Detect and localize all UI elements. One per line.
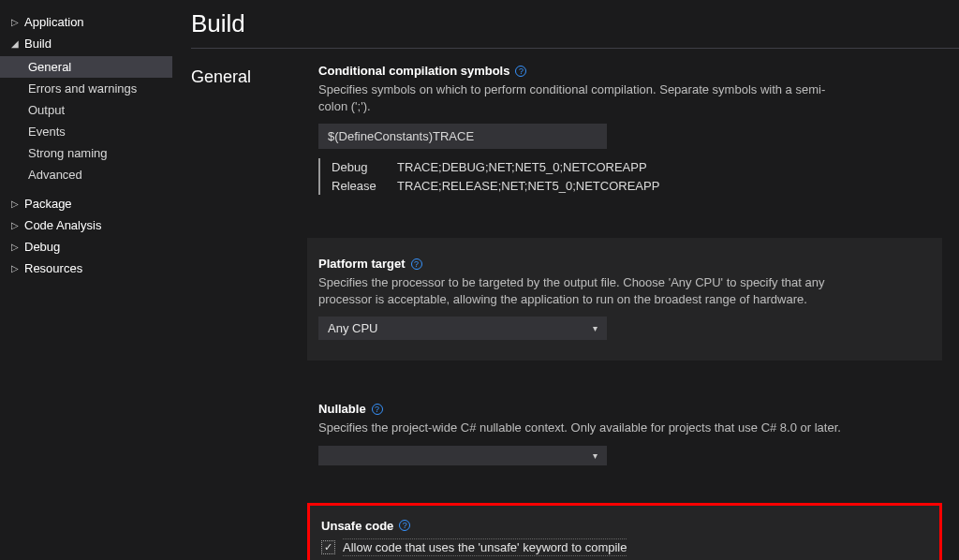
chevron-right-icon: ▷ [11, 199, 19, 209]
platform-target-dropdown[interactable]: Any CPU ▾ [318, 317, 607, 340]
sidebar: ▷ Application ◢ Build General Errors and… [0, 0, 172, 560]
page-title: Build [191, 9, 959, 49]
setting-nullable: Nullable ? Specifies the project-wide C#… [307, 383, 942, 486]
nav-item-general[interactable]: General [0, 56, 172, 78]
config-value: TRACE;RELEASE;NET;NET5_0;NETCOREAPP [397, 177, 659, 196]
config-row-release: Release TRACE;RELEASE;NET;NET5_0;NETCORE… [332, 177, 920, 196]
config-key: Debug [332, 158, 382, 177]
setting-platform-target: Platform target ? Specifies the processo… [307, 238, 942, 361]
conditional-symbols-input[interactable]: $(DefineConstants)TRACE [318, 124, 607, 149]
chevron-down-icon: ▾ [593, 450, 598, 461]
section-title: General [191, 64, 251, 560]
setting-unsafe-code-highlighted: Unsafe code ? ✓ Allow code that uses the… [307, 503, 942, 560]
setting-conditional-compilation-symbols: Conditional compilation symbols ? Specif… [307, 64, 942, 215]
nav-group-debug[interactable]: ▷ Debug [0, 236, 172, 258]
chevron-right-icon: ▷ [11, 264, 19, 273]
checkbox-label: Allow code that uses the 'unsafe' keywor… [343, 538, 627, 556]
unsafe-code-checkbox[interactable]: ✓ [321, 540, 335, 554]
chevron-right-icon: ▷ [11, 221, 19, 230]
setting-description: Specifies the project-wide C# nullable c… [318, 420, 843, 436]
nav-item-output[interactable]: Output [0, 99, 172, 121]
setting-label: Platform target [318, 257, 405, 271]
setting-description: Specifies the processor to be targeted b… [318, 274, 843, 307]
nullable-dropdown[interactable]: ▾ [318, 446, 607, 465]
setting-description: Specifies symbols on which to perform co… [318, 81, 843, 114]
nav-group-label: Application [24, 15, 84, 29]
nav-group-label: Package [24, 197, 72, 211]
nav-group-label: Debug [24, 240, 60, 254]
nav-item-advanced[interactable]: Advanced [0, 164, 172, 185]
config-value: TRACE;DEBUG;NET;NET5_0;NETCOREAPP [397, 158, 647, 177]
help-icon[interactable]: ? [411, 258, 422, 270]
nav-group-package[interactable]: ▷ Package [0, 193, 172, 214]
nav-group-label: Code Analysis [24, 218, 101, 232]
nav-group-build[interactable]: ◢ Build [0, 33, 172, 54]
help-icon[interactable]: ? [515, 66, 526, 77]
help-icon[interactable]: ? [399, 520, 410, 531]
chevron-right-icon: ▷ [11, 243, 19, 252]
nav-item-events[interactable]: Events [0, 121, 172, 142]
nav-sub-build: General Errors and warnings Output Event… [0, 56, 172, 185]
chevron-down-icon: ◢ [11, 39, 19, 49]
config-row-debug: Debug TRACE;DEBUG;NET;NET5_0;NETCOREAPP [332, 158, 920, 177]
help-icon[interactable]: ? [372, 404, 383, 415]
nav-item-strong-naming[interactable]: Strong naming [0, 142, 172, 164]
nav-group-code-analysis[interactable]: ▷ Code Analysis [0, 214, 172, 236]
chevron-down-icon: ▾ [593, 323, 598, 333]
nav-group-application[interactable]: ▷ Application [0, 11, 172, 33]
setting-label: Conditional compilation symbols [318, 64, 509, 78]
dropdown-value: Any CPU [328, 321, 377, 335]
config-table: Debug TRACE;DEBUG;NET;NET5_0;NETCOREAPP … [318, 158, 920, 195]
config-key: Release [332, 177, 382, 196]
nav-group-label: Build [24, 37, 52, 51]
setting-label: Nullable [318, 402, 366, 416]
chevron-right-icon: ▷ [11, 18, 19, 27]
setting-label: Unsafe code [321, 519, 393, 533]
nav-item-errors-warnings[interactable]: Errors and warnings [0, 78, 172, 99]
nav-group-resources[interactable]: ▷ Resources [0, 258, 172, 279]
main-content: Build General Conditional compilation sy… [172, 0, 959, 560]
nav-group-label: Resources [24, 261, 82, 275]
